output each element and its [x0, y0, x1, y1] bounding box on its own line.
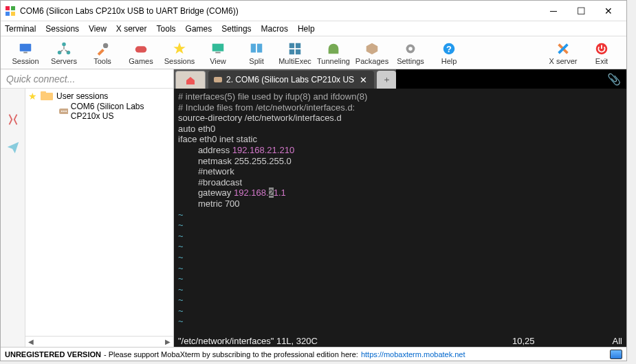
tools-icon	[95, 41, 110, 56]
tools-button[interactable]: Tools	[83, 38, 122, 69]
quick-connect-input[interactable]: Quick connect...	[1, 69, 173, 89]
menu-help[interactable]: Help	[298, 24, 315, 34]
minimize-button[interactable]: ─	[540, 1, 567, 21]
close-button[interactable]: ✕	[595, 1, 622, 21]
svg-rect-1	[11, 6, 15, 10]
svg-rect-18	[296, 49, 300, 54]
menu-macros[interactable]: Macros	[261, 24, 288, 34]
servers-button[interactable]: Servers	[45, 38, 83, 69]
games-button[interactable]: Games	[122, 38, 160, 69]
svg-point-28	[63, 111, 65, 112]
window-title: COM6 (Silicon Labs CP210x USB to UART Br…	[20, 6, 540, 16]
menu-tools[interactable]: Tools	[157, 24, 176, 34]
tunneling-button[interactable]: Tunneling	[314, 38, 353, 69]
svg-rect-0	[6, 6, 10, 10]
menu-sessions[interactable]: Sessions	[45, 24, 79, 34]
titlebar: COM6 (Silicon Labs CP210x USB to UART Br…	[1, 1, 626, 21]
svg-point-20	[408, 47, 413, 51]
tree-session[interactable]: COM6 (Silicon Labs CP210x US	[25, 104, 173, 119]
gear-icon	[403, 41, 418, 56]
menu-settings[interactable]: Settings	[221, 24, 251, 34]
packages-button[interactable]: Packages	[353, 38, 391, 69]
svg-rect-10	[135, 46, 147, 52]
footer-link[interactable]: https://mobaxterm.mobatek.net	[361, 350, 465, 359]
svg-rect-2	[6, 12, 10, 16]
split-icon	[249, 41, 264, 56]
footer-display-icon[interactable]	[610, 350, 622, 359]
multiexec-button[interactable]: MultiExec	[276, 38, 314, 69]
toolbar: Session Servers Tools Games Sessions Vie…	[1, 36, 626, 69]
footer-unregistered: UNREGISTERED VERSION	[5, 350, 101, 359]
settings-button[interactable]: Settings	[391, 38, 430, 69]
xserver-button[interactable]: X server	[544, 38, 582, 69]
menu-terminal[interactable]: Terminal	[5, 24, 36, 34]
star-icon: ★	[28, 91, 37, 102]
svg-rect-17	[289, 49, 294, 54]
menu-games[interactable]: Games	[186, 24, 212, 34]
network-icon	[56, 41, 72, 56]
svg-rect-11	[212, 44, 224, 52]
scrollbar-horizontal[interactable]: ◀▶	[25, 336, 173, 347]
svg-rect-25	[41, 91, 46, 94]
terminal[interactable]: # interfaces(5) file used by ifup(8) and…	[174, 89, 626, 334]
package-icon	[364, 41, 380, 56]
star-icon	[172, 41, 187, 56]
exit-button[interactable]: Exit	[582, 38, 621, 69]
svg-rect-4	[20, 44, 32, 52]
app-icon	[5, 5, 16, 16]
svg-point-9	[103, 43, 108, 48]
vtab-macros-icon[interactable]	[6, 112, 21, 127]
tab-add-button[interactable]: ＋	[377, 71, 396, 89]
svg-rect-15	[289, 43, 294, 48]
svg-rect-16	[296, 43, 300, 48]
folder-icon	[40, 91, 54, 101]
terminal-cursor: 2	[269, 187, 274, 198]
footer-message: - Please support MobaXterm by subscribin…	[104, 350, 358, 359]
svg-rect-3	[11, 12, 15, 16]
gamepad-icon	[133, 41, 149, 56]
tunnel-icon	[326, 41, 341, 56]
svg-point-27	[61, 111, 63, 112]
footer: UNREGISTERED VERSION - Please support Mo…	[1, 347, 626, 361]
status-position: 10,25	[512, 336, 595, 346]
multiexec-icon	[287, 41, 303, 56]
menubar: Terminal Sessions View X server Tools Ga…	[1, 21, 626, 36]
tree-session-label: COM6 (Silicon Labs CP210x US	[71, 102, 173, 121]
serial-icon	[58, 106, 68, 116]
monitor-icon	[18, 41, 33, 56]
svg-rect-12	[215, 52, 220, 54]
menu-xserver[interactable]: X server	[116, 24, 147, 34]
tab-close-button[interactable]: ✕	[358, 75, 369, 85]
status-scroll: All	[595, 336, 622, 346]
view-button[interactable]: View	[199, 38, 237, 69]
home-icon	[185, 76, 196, 85]
session-button[interactable]: Session	[6, 38, 45, 69]
maximize-button[interactable]: ☐	[567, 1, 595, 21]
svg-point-6	[62, 43, 66, 47]
status-file: "/etc/network/interfaces" 11L, 320C	[178, 336, 512, 346]
sessions-button[interactable]: Sessions	[160, 38, 199, 69]
vim-status-bar: "/etc/network/interfaces" 11L, 320C 10,2…	[174, 334, 626, 347]
tree-root-label: User sessions	[56, 91, 108, 101]
svg-rect-5	[23, 52, 28, 54]
menu-view[interactable]: View	[89, 24, 107, 34]
help-icon: ?	[441, 41, 457, 56]
help-button[interactable]: ?Help	[430, 38, 468, 69]
screen-icon	[210, 41, 226, 56]
svg-rect-30	[214, 77, 222, 82]
tab-label: 2. COM6 (Silicon Labs CP210x US	[226, 75, 354, 84]
svg-point-29	[65, 111, 67, 112]
tab-bar: 2. COM6 (Silicon Labs CP210x US ✕ ＋ 📎	[174, 69, 626, 89]
power-icon	[594, 41, 609, 56]
svg-rect-13	[251, 44, 256, 53]
svg-text:?: ?	[446, 44, 452, 54]
x-icon	[556, 41, 571, 56]
vtab-send-icon[interactable]	[6, 139, 21, 155]
sidebar: Quick connect... ★ User sessions COM6 (S…	[1, 69, 174, 347]
paperclip-icon[interactable]: 📎	[607, 73, 621, 86]
svg-rect-14	[257, 44, 262, 53]
tab-home[interactable]	[175, 71, 206, 89]
serial-icon	[214, 76, 222, 84]
split-button[interactable]: Split	[237, 38, 276, 69]
tab-active[interactable]: 2. COM6 (Silicon Labs CP210x US ✕	[208, 71, 374, 89]
